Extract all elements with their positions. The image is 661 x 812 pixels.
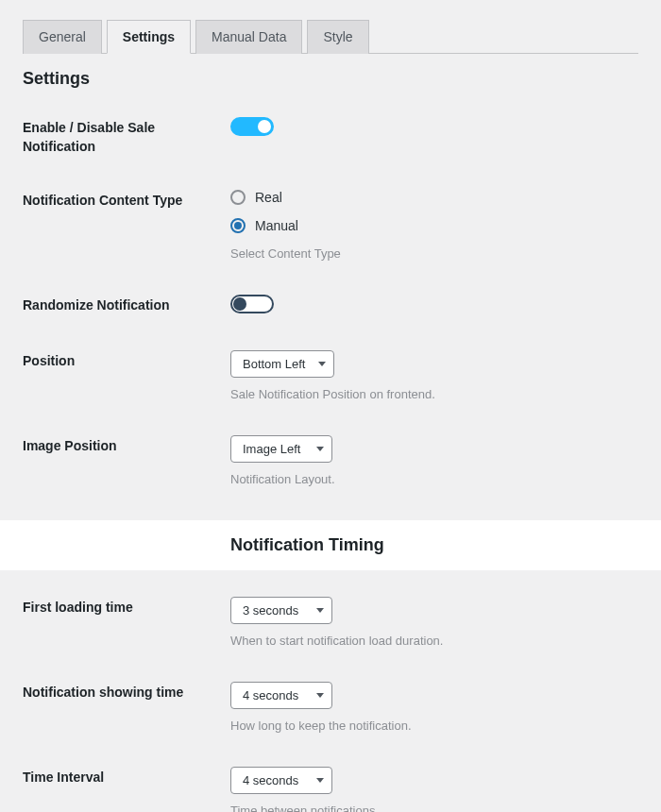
page-title: Settings (23, 69, 638, 89)
content-type-real[interactable]: Real (230, 190, 638, 205)
timing-section-title: Notification Timing (230, 535, 638, 555)
position-label: Position (23, 350, 230, 371)
content-type-real-label: Real (255, 190, 282, 205)
chevron-down-icon (318, 362, 326, 366)
first-loading-select[interactable]: 3 seconds (230, 597, 332, 624)
randomize-label: Randomize Notification (23, 295, 230, 315)
chevron-down-icon (316, 693, 324, 698)
image-position-select-value: Image Left (243, 442, 300, 456)
timing-section: Notification Timing (0, 520, 661, 570)
tab-general[interactable]: General (23, 20, 102, 54)
tab-style[interactable]: Style (307, 20, 368, 54)
position-helper: Sale Notification Position on frontend. (230, 387, 638, 401)
showing-time-label: Notification showing time (23, 682, 230, 702)
interval-select-value: 4 seconds (243, 773, 298, 787)
first-loading-select-value: 3 seconds (243, 603, 298, 617)
image-position-helper: Notification Layout. (230, 472, 638, 486)
interval-select[interactable]: 4 seconds (230, 767, 332, 794)
first-loading-helper: When to start notification load duration… (230, 634, 638, 648)
interval-helper: Time between notifications. (230, 804, 638, 812)
chevron-down-icon (316, 608, 324, 613)
chevron-down-icon (316, 778, 324, 783)
randomize-toggle[interactable] (230, 295, 274, 313)
tabs: General Settings Manual Data Style (23, 19, 638, 54)
chevron-down-icon (316, 447, 324, 451)
content-type-manual[interactable]: Manual (230, 218, 638, 233)
enable-toggle[interactable] (230, 117, 274, 136)
showing-time-helper: How long to keep the notification. (230, 719, 638, 733)
showing-time-select-value: 4 seconds (243, 688, 298, 702)
content-type-helper: Select Content Type (230, 246, 638, 261)
enable-label: Enable / Disable Sale Notification (23, 117, 230, 156)
position-select[interactable]: Bottom Left (230, 350, 334, 378)
radio-icon (230, 218, 246, 233)
showing-time-select[interactable]: 4 seconds (230, 682, 332, 709)
tab-manual-data[interactable]: Manual Data (195, 20, 302, 54)
first-loading-label: First loading time (23, 597, 230, 617)
position-select-value: Bottom Left (243, 357, 305, 371)
content-type-manual-label: Manual (255, 218, 298, 233)
radio-icon (230, 190, 246, 205)
tab-settings[interactable]: Settings (107, 20, 191, 54)
image-position-select[interactable]: Image Left (230, 435, 332, 463)
image-position-label: Image Position (23, 435, 230, 456)
content-type-label: Notification Content Type (23, 190, 230, 211)
interval-label: Time Interval (23, 767, 230, 787)
